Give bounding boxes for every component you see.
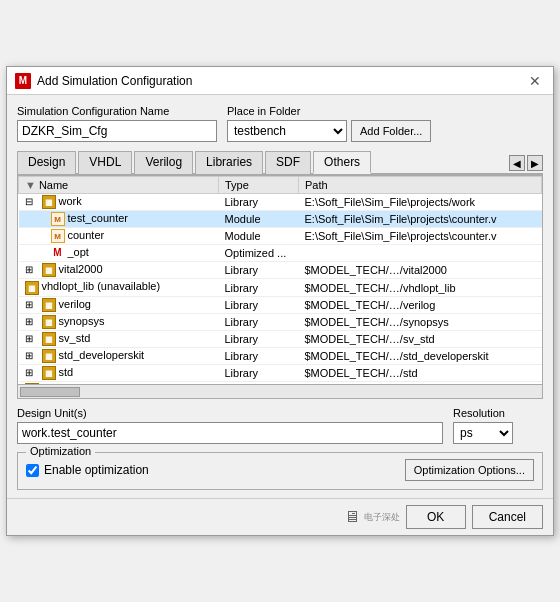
- footer-icon: 🖥: [344, 508, 360, 526]
- row-type: Library: [219, 347, 299, 364]
- tab-verilog[interactable]: Verilog: [134, 151, 193, 174]
- table-row[interactable]: Mtest_counter Module E:\Soft_File\Sim_Fi…: [19, 211, 542, 228]
- row-type: Library: [219, 262, 299, 279]
- cancel-button[interactable]: Cancel: [472, 505, 543, 529]
- row-path: $MODEL_TECH/…/verilog: [299, 296, 542, 313]
- bottom-section: Design Unit(s) Resolution ps ns fs: [17, 407, 543, 490]
- dialog: M Add Simulation Configuration ✕ Simulat…: [6, 66, 554, 536]
- library-icon: ▦: [42, 332, 56, 346]
- tab-sdf[interactable]: SDF: [265, 151, 311, 174]
- table-header-row: ▼Name Type Path: [19, 177, 542, 194]
- tab-others[interactable]: Others: [313, 151, 371, 174]
- table-row[interactable]: ▦vhdlopt_lib (unavailable) Library $MODE…: [19, 279, 542, 296]
- expand-icon[interactable]: ⊞: [25, 299, 37, 311]
- row-type: Library: [219, 313, 299, 330]
- optimization-options-button[interactable]: Optimization Options...: [405, 459, 534, 481]
- table-row[interactable]: ⊟ ▦work Library E:\Soft_File\Sim_File\pr…: [19, 194, 542, 211]
- library-table-container[interactable]: ▼Name Type Path ⊟ ▦work Library E:: [17, 175, 543, 385]
- row-type: Library: [219, 296, 299, 313]
- m-icon: M: [51, 246, 65, 260]
- place-in-folder-label: Place in Folder: [227, 105, 431, 117]
- col-type-header[interactable]: Type: [219, 177, 299, 194]
- optimization-title: Optimization: [26, 445, 95, 457]
- sim-config-name-input[interactable]: [17, 120, 217, 142]
- add-folder-button[interactable]: Add Folder...: [351, 120, 431, 142]
- library-icon: ▦: [42, 366, 56, 380]
- table-row[interactable]: ⊞ ▦std Library $MODEL_TECH/…/std: [19, 364, 542, 381]
- row-path: E:\Soft_File\Sim_File\projects/work: [299, 194, 542, 211]
- design-units-label: Design Unit(s): [17, 407, 443, 419]
- row-path: $MODEL_TECH/…/vital2000: [299, 262, 542, 279]
- footer-text: 电子深处: [364, 511, 400, 524]
- library-icon: ▦: [42, 263, 56, 277]
- library-icon: ▦: [42, 349, 56, 363]
- row-name: ⊞ ▦synopsys: [19, 313, 219, 330]
- title-bar: M Add Simulation Configuration ✕: [7, 67, 553, 95]
- sim-config-name-label: Simulation Configuration Name: [17, 105, 217, 117]
- col-name-header[interactable]: ▼Name: [19, 177, 219, 194]
- tab-libraries[interactable]: Libraries: [195, 151, 263, 174]
- col-path-header[interactable]: Path: [299, 177, 542, 194]
- row-type: Library: [219, 364, 299, 381]
- app-icon: M: [15, 73, 31, 89]
- enable-optimization-checkbox[interactable]: [26, 464, 39, 477]
- resolution-group: Resolution ps ns fs: [453, 407, 543, 444]
- row-name: ⊞ ▦std_developerskit: [19, 347, 219, 364]
- design-units-input[interactable]: [17, 422, 443, 444]
- row-path: $MODEL_TECH/…/sv_std: [299, 330, 542, 347]
- table-row[interactable]: ⊞ ▦synopsys Library $MODEL_TECH/…/synops…: [19, 313, 542, 330]
- tab-design[interactable]: Design: [17, 151, 76, 174]
- tab-vhdl[interactable]: VHDL: [78, 151, 132, 174]
- table-row[interactable]: ⊞ ▦vital2000 Library $MODEL_TECH/…/vital…: [19, 262, 542, 279]
- row-name: Mcounter: [19, 228, 219, 245]
- row-path: $MODEL_TECH/…/std: [299, 364, 542, 381]
- row-type: Module: [219, 211, 299, 228]
- tab-scroll-arrows: ◀ ▶: [509, 155, 543, 173]
- expand-icon[interactable]: ⊞: [25, 367, 37, 379]
- top-fields: Simulation Configuration Name Place in F…: [17, 105, 543, 142]
- expand-icon[interactable]: ⊞: [25, 316, 37, 328]
- row-path: $MODEL_TECH/…/synopsys: [299, 313, 542, 330]
- row-name: ⊟ ▦work: [19, 194, 219, 211]
- folder-row: testbench Add Folder...: [227, 120, 431, 142]
- enable-optimization-label: Enable optimization: [26, 463, 149, 477]
- row-name: ⊞ ▦vital2000: [19, 262, 219, 279]
- expand-icon[interactable]: ⊞: [25, 350, 37, 362]
- tab-scroll-right[interactable]: ▶: [527, 155, 543, 171]
- dialog-footer: 🖥 电子深处 OK Cancel: [7, 498, 553, 535]
- table-row[interactable]: Mcounter Module E:\Soft_File\Sim_File\pr…: [19, 228, 542, 245]
- table-row[interactable]: ⊞ ▦std_developerskit Library $MODEL_TECH…: [19, 347, 542, 364]
- enable-optimization-text: Enable optimization: [44, 463, 149, 477]
- place-in-folder-group: Place in Folder testbench Add Folder...: [227, 105, 431, 142]
- row-name: M_opt: [19, 245, 219, 262]
- library-table: ▼Name Type Path ⊟ ▦work Library E:: [18, 176, 542, 385]
- table-row[interactable]: M_opt Optimized ...: [19, 245, 542, 262]
- sim-config-name-group: Simulation Configuration Name: [17, 105, 217, 142]
- close-button[interactable]: ✕: [525, 71, 545, 91]
- library-icon: ▦: [42, 195, 56, 209]
- tabs-row: Design VHDL Verilog Libraries SDF Others…: [17, 150, 543, 175]
- optimization-content: Enable optimization Optimization Options…: [26, 459, 534, 481]
- row-path: E:\Soft_File\Sim_File\projects\counter.v: [299, 211, 542, 228]
- ok-button[interactable]: OK: [406, 505, 466, 529]
- resolution-select[interactable]: ps ns fs: [453, 422, 513, 444]
- design-units-group: Design Unit(s): [17, 407, 443, 444]
- row-type: Module: [219, 228, 299, 245]
- expand-icon[interactable]: ⊞: [25, 264, 37, 276]
- tab-scroll-left[interactable]: ◀: [509, 155, 525, 171]
- expand-icon[interactable]: ⊞: [25, 333, 37, 345]
- row-name: ⊞ ▦std: [19, 364, 219, 381]
- optimization-group: Optimization Enable optimization Optimiz…: [17, 452, 543, 490]
- row-path: E:\Soft_File\Sim_File\projects\counter.v: [299, 228, 542, 245]
- horizontal-scrollbar[interactable]: [17, 385, 543, 399]
- footer-icon-group: 🖥 电子深处: [344, 508, 400, 526]
- table-row[interactable]: ⊞ ▦verilog Library $MODEL_TECH/…/verilog: [19, 296, 542, 313]
- folder-select[interactable]: testbench: [227, 120, 347, 142]
- table-row[interactable]: ⊞ ▦sv_std Library $MODEL_TECH/…/sv_std: [19, 330, 542, 347]
- hscroll-thumb[interactable]: [20, 387, 80, 397]
- dialog-content: Simulation Configuration Name Place in F…: [7, 95, 553, 498]
- row-name: ⊞ ▦sv_std: [19, 330, 219, 347]
- row-type: Optimized ...: [219, 245, 299, 262]
- expand-icon[interactable]: ⊟: [25, 196, 37, 208]
- tabs-left: Design VHDL Verilog Libraries SDF Others: [17, 150, 373, 173]
